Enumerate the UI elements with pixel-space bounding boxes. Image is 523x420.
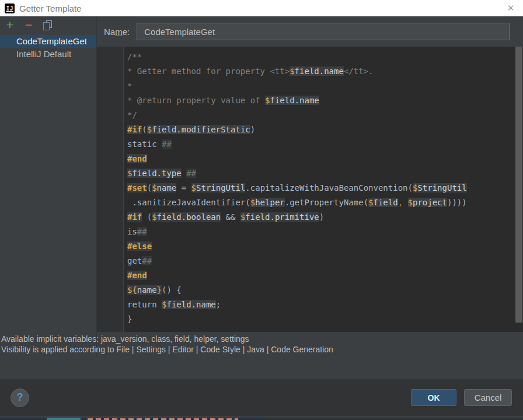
- copy-icon: [43, 20, 52, 30]
- code-line: .sanitizeJavaIdentifier($helper.getPrope…: [97, 195, 523, 210]
- template-list-item[interactable]: IntelliJ Default: [0, 48, 96, 61]
- code-line: 3*: [97, 79, 523, 93]
- code-line: 8#end: [97, 152, 523, 166]
- code-line: 2* Getter method for property <tt>$field…: [97, 64, 523, 79]
- code-line: 11#if ($field.boolean && $field.primitiv…: [97, 210, 523, 225]
- code-line: 14get##: [97, 254, 523, 268]
- code-editor[interactable]: 1/**2* Getter method for property <tt>$f…: [97, 47, 523, 332]
- template-list-item[interactable]: CodeTemplateGet: [0, 35, 96, 48]
- cancel-button[interactable]: Cancel: [464, 389, 512, 406]
- code-line: 18}: [97, 312, 523, 327]
- code-line: 16${name}() {: [97, 283, 523, 298]
- sidebar-toolbar: + −: [0, 16, 96, 34]
- code-line: 9$field.type ##: [97, 166, 523, 181]
- plus-icon: +: [6, 20, 13, 30]
- dialog-button-bar: ? OK Cancel: [0, 379, 523, 416]
- question-mark-icon: ?: [17, 391, 23, 404]
- name-label: Name:: [104, 27, 130, 37]
- remove-template-button[interactable]: −: [22, 19, 35, 32]
- code-line: 6#if($field.modifierStatic): [97, 123, 523, 137]
- ok-button[interactable]: OK: [411, 389, 456, 406]
- minus-icon: −: [25, 20, 32, 30]
- template-editor-pane: Name: 1/**2* Getter method for property …: [96, 16, 523, 357]
- code-line: 7static ##: [97, 137, 523, 152]
- code-line: 13#else: [97, 239, 523, 254]
- code-line: 5*/: [97, 108, 523, 123]
- template-name-input[interactable]: [137, 23, 510, 40]
- editor-scrollbar[interactable]: [515, 47, 522, 323]
- background-window-sliver: [0, 416, 523, 420]
- intellij-logo-icon: IJ: [5, 4, 15, 13]
- code-line: 17return $field.name;: [97, 298, 523, 312]
- add-template-button[interactable]: +: [4, 19, 16, 32]
- code-line: 15#end: [97, 268, 523, 283]
- hint-area: Available implicit variables: java_versi…: [97, 332, 523, 357]
- template-list: CodeTemplateGetIntelliJ Default: [0, 35, 96, 61]
- editor-gutter: [97, 47, 124, 332]
- code-line: 4* @return property value of $field.name: [97, 93, 523, 108]
- name-row: Name:: [97, 16, 523, 47]
- title-bar: IJ Getter Template ✕: [0, 0, 523, 16]
- help-button[interactable]: ?: [11, 388, 29, 407]
- code-line: 1/**: [97, 50, 523, 64]
- code-line: 12is##: [97, 225, 523, 239]
- window-title: Getter Template: [19, 4, 81, 13]
- code-line: 10#set($name = $StringUtil.capitalizeWit…: [97, 181, 523, 195]
- close-icon[interactable]: ✕: [504, 2, 517, 15]
- template-sidebar: + − CodeTemplateGetIntelliJ Default: [0, 16, 96, 357]
- code-rows: 1/**2* Getter method for property <tt>$f…: [97, 50, 523, 327]
- background-class-icon: [47, 418, 81, 420]
- implicit-variables-hint: Available implicit variables: java_versi…: [1, 334, 523, 344]
- visibility-hint: Visibility is applied according to File …: [1, 344, 523, 355]
- copy-template-button[interactable]: [41, 19, 54, 32]
